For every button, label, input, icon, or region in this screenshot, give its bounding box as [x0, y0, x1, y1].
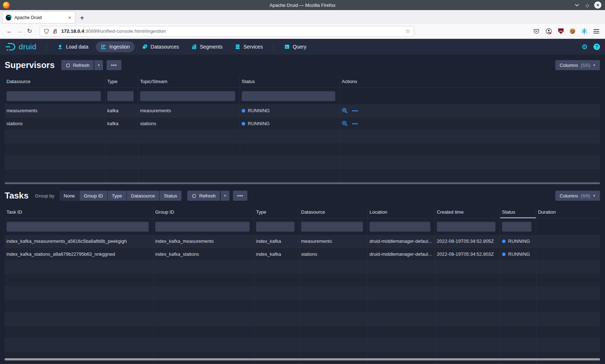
extension-asterisk-icon[interactable] [581, 28, 587, 34]
empty-table-row [5, 169, 600, 182]
column-header-status[interactable]: Status [240, 75, 340, 87]
tab-close-icon[interactable]: × [67, 14, 72, 21]
supervisors-header: Supervisors Refresh ▼ ••• Columns (5/5) … [5, 60, 600, 70]
nav-label: Ingestion [109, 44, 130, 50]
group-by-none-button[interactable]: None [59, 191, 79, 201]
forward-icon[interactable]: → [14, 28, 24, 35]
tasks-columns-button[interactable]: Columns (9/9) ▼ [555, 191, 600, 201]
console-content: Supervisors Refresh ▼ ••• Columns (5/5) … [0, 55, 605, 364]
supervisor-row[interactable]: measurements kafka measurements RUNNING … [5, 104, 600, 117]
type-filter-input[interactable] [256, 222, 295, 232]
location-filter-input[interactable] [369, 222, 430, 232]
status-filter-input[interactable] [242, 91, 335, 101]
tasks-more-button[interactable]: ••• [233, 191, 248, 201]
group-id-filter-input[interactable] [155, 222, 250, 232]
column-header-created-time[interactable]: Created time [435, 206, 500, 218]
topic-stream-filter-input[interactable] [140, 91, 235, 101]
supervisors-more-button[interactable]: ••• [107, 60, 121, 70]
group-by-group-id-button[interactable]: Group ID [80, 191, 107, 201]
column-header-status[interactable]: Status [500, 206, 536, 218]
inspect-magnifier-icon[interactable] [342, 108, 348, 114]
status-filter-input[interactable] [502, 222, 532, 232]
type-filter-input[interactable] [107, 91, 134, 101]
reload-icon[interactable]: ↻ [24, 27, 35, 35]
running-status-dot [502, 252, 506, 256]
caret-down-icon: ▼ [593, 64, 596, 67]
status-text: RUNNING [248, 121, 270, 126]
column-header-type[interactable]: Type [106, 75, 138, 87]
tasks-refresh-button[interactable]: Refresh [187, 191, 220, 201]
tasks-header: Tasks Group by None Group ID Type Dataso… [5, 190, 600, 201]
row-more-actions-icon[interactable]: ••• [352, 108, 358, 113]
cell-duration [536, 235, 600, 247]
url-bar[interactable]: 172.18.0.4:30899/unified-console.html#in… [40, 26, 414, 37]
task-row[interactable]: index_kafka_stations_a9a679b22795b63_nnk… [5, 248, 600, 261]
url-text[interactable]: 172.18.0.4:30899/unified-console.html#in… [61, 28, 405, 34]
back-icon[interactable]: ← [4, 28, 14, 35]
filter-cell [340, 88, 600, 104]
settings-gear-icon[interactable]: ⚙ [582, 43, 588, 51]
supervisors-refresh-caret-button[interactable]: ▼ [94, 60, 103, 70]
account-icon[interactable] [546, 28, 552, 35]
refresh-icon [192, 194, 197, 199]
supervisor-row[interactable]: stations kafka stations RUNNING ••• [5, 117, 600, 130]
filter-cell [299, 218, 368, 235]
column-header-group-id[interactable]: Group ID [153, 206, 254, 218]
column-header-datasource[interactable]: Datasource [5, 75, 106, 87]
bookmark-star-icon[interactable]: ☆ [405, 28, 410, 35]
row-more-actions-icon[interactable]: ••• [352, 121, 358, 126]
column-header-task-id[interactable]: Task ID [5, 206, 153, 218]
close-window-icon[interactable]: × [594, 1, 601, 9]
column-header-topic-stream[interactable]: Topic/Stream [138, 75, 240, 87]
tasks-refresh-caret-button[interactable]: ▼ [221, 191, 229, 201]
shield-icon[interactable] [44, 28, 49, 34]
pocket-icon[interactable] [533, 28, 539, 34]
nav-tab-segments[interactable]: Segments [186, 41, 228, 52]
empty-table-row [5, 274, 600, 287]
caret-down-icon: ▼ [593, 194, 596, 197]
cookie-icon[interactable] [570, 28, 575, 34]
druid-navbar: druid Load data Ingestion Datasources [0, 39, 605, 55]
created-time-filter-input[interactable] [437, 222, 496, 232]
filter-cell [368, 218, 435, 235]
group-by-type-button[interactable]: Type [108, 191, 126, 201]
navbar-divider [273, 43, 274, 51]
empty-table-row [5, 338, 600, 351]
insecure-lock-icon[interactable] [52, 28, 58, 34]
datasource-filter-input[interactable] [301, 222, 363, 232]
horizontal-scrollbar[interactable] [5, 358, 600, 360]
menu-icon[interactable] [593, 29, 599, 33]
inspect-magnifier-icon[interactable] [342, 120, 348, 127]
refresh-icon [66, 63, 71, 68]
druid-logo[interactable]: druid [5, 42, 36, 51]
caret-down-icon: ▼ [224, 194, 227, 197]
minimize-window-icon[interactable] [573, 1, 581, 9]
help-icon[interactable]: ? [593, 44, 600, 50]
supervisors-title: Supervisors [5, 60, 55, 70]
task-row[interactable]: index_kafka_measurements_a5616c5ba8afb8b… [5, 235, 600, 248]
firefox-logo-icon [3, 2, 10, 9]
group-by-datasource-button[interactable]: Datasource [127, 191, 159, 201]
nav-tab-ingestion[interactable]: Ingestion [96, 41, 135, 52]
nav-tab-query[interactable]: Query [279, 41, 312, 52]
column-header-location[interactable]: Location [368, 206, 435, 218]
column-header-duration[interactable]: Duration [536, 206, 600, 218]
nav-tab-services[interactable]: Services [230, 41, 268, 52]
column-header-type[interactable]: Type [254, 206, 299, 218]
maximize-window-icon[interactable]: ◇ [584, 1, 591, 9]
nav-tab-datasources[interactable]: Datasources [137, 41, 184, 52]
column-header-datasource[interactable]: Datasource [299, 206, 368, 218]
horizontal-scrollbar[interactable] [5, 182, 600, 184]
datasource-filter-input[interactable] [6, 91, 101, 101]
cell-status: RUNNING [240, 104, 340, 117]
task-id-filter-input[interactable] [6, 222, 149, 232]
group-by-status-button[interactable]: Status [160, 191, 182, 201]
ublock-origin-icon[interactable]: UO [558, 28, 564, 34]
ingestion-icon [101, 44, 107, 50]
nav-tab-load-data[interactable]: Load data [52, 41, 93, 52]
new-tab-button[interactable]: + [80, 14, 84, 22]
tab-apache-druid[interactable]: Apache Druid × [3, 12, 75, 23]
supervisors-refresh-button[interactable]: Refresh [61, 60, 94, 70]
column-header-actions[interactable]: Actions [340, 75, 600, 87]
supervisors-columns-button[interactable]: Columns (5/5) ▼ [555, 60, 600, 70]
